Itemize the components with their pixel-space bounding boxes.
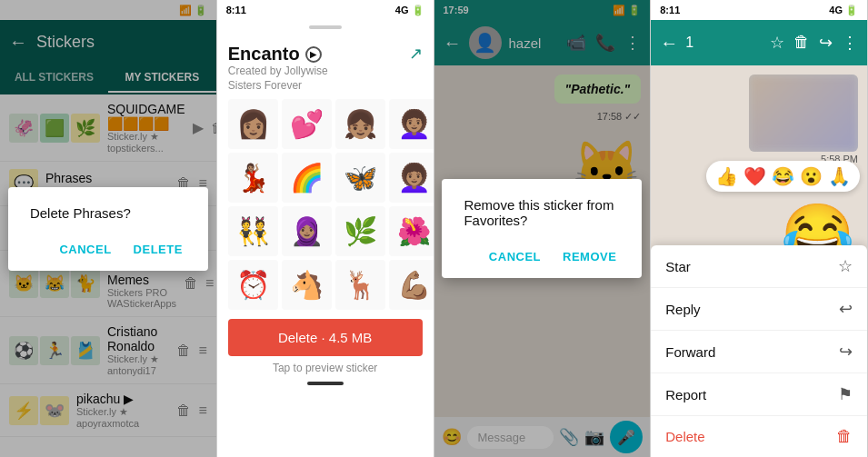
remove-button[interactable]: REMOVE — [559, 246, 620, 267]
grid-sticker: 💪🏽 — [389, 260, 434, 310]
time-p4: 8:11 — [660, 5, 680, 15]
panel-context: 8:11 4G 🔋 ← 1 ☆ 🗑 ↪ ⋮ 5:58 PM 👍 ❤️ 😂 😮 🙏 — [651, 0, 868, 457]
more-icon-p4[interactable]: ⋮ — [842, 33, 858, 53]
dialog-buttons: CANCEL REMOVE — [464, 246, 620, 267]
grid-sticker: 🌿 — [335, 206, 385, 256]
pack-header: Encanto ▶ Created by Jollywise Sisters F… — [228, 44, 423, 94]
chat-header-p4: ← 1 ☆ 🗑 ↪ ⋮ — [651, 20, 867, 65]
context-item-report[interactable]: Report ⚑ — [651, 373, 867, 416]
forward-icon: ↪ — [839, 342, 853, 362]
grid-sticker: 🦌 — [335, 260, 385, 310]
emoji-wow[interactable]: 😮 — [800, 165, 823, 187]
pack-subtitle: Sisters Forever — [228, 79, 328, 92]
reply-label: Reply — [665, 302, 700, 317]
delete-dialog: Delete Phrases? CANCEL DELETE — [8, 187, 208, 271]
context-item-delete[interactable]: Delete 🗑 — [651, 416, 867, 457]
blurred-image — [749, 75, 858, 152]
context-menu: Star ☆ Reply ↩ Forward ↪ Report ⚑ Delete… — [651, 245, 867, 457]
emoji-pray[interactable]: 🙏 — [828, 165, 851, 187]
grid-sticker: 👩🏽 — [228, 99, 278, 149]
time-p2: 8:11 — [226, 5, 246, 15]
star-label: Star — [665, 259, 691, 274]
grid-sticker: 🌺 — [389, 206, 434, 256]
pack-creator: Created by Jollywise — [228, 65, 328, 77]
reply-icon: ↩ — [839, 299, 853, 319]
grid-sticker: 👧🏽 — [335, 99, 385, 149]
status-bar-p4: 8:11 4G 🔋 — [651, 0, 867, 20]
pack-name: Encanto ▶ — [228, 44, 328, 65]
report-icon: ⚑ — [838, 384, 853, 404]
cancel-button-p3[interactable]: CANCEL — [485, 246, 544, 267]
delete-pack-button[interactable]: Delete · 4.5 MB — [228, 319, 423, 356]
grid-sticker: ⏰ — [228, 260, 278, 310]
status-icons-p4: 4G 🔋 — [829, 5, 858, 16]
network-p2: 4G — [395, 5, 409, 15]
panel-stickers: 20:11 📶 🔋 ← Stickers ALL STICKERS MY STI… — [0, 0, 217, 457]
context-item-forward[interactable]: Forward ↪ — [651, 331, 867, 373]
remove-dialog-overlay: Remove this sticker from Favorites? CANC… — [434, 0, 651, 457]
emoji-laugh[interactable]: 😂 — [772, 165, 794, 187]
cancel-button[interactable]: CANCEL — [55, 239, 115, 260]
dialog-buttons: CANCEL DELETE — [30, 239, 186, 260]
grid-sticker: 👩🏽‍🦱 — [389, 99, 434, 149]
grid-sticker: 🐴 — [282, 260, 332, 310]
star-icon-header[interactable]: ☆ — [770, 33, 784, 53]
grid-sticker: 🦋 — [335, 153, 385, 203]
battery-icon-p2: 🔋 — [412, 5, 424, 16]
chat-area-p4: 5:58 PM 👍 ❤️ 😂 😮 🙏 😂 Star ☆ Reply ↩ Forw… — [651, 65, 867, 457]
tap-preview-label: Tap to preview sticker — [228, 362, 423, 374]
grid-sticker: 🌈 — [282, 153, 332, 203]
remove-dialog: Remove this sticker from Favorites? CANC… — [442, 179, 642, 278]
context-item-reply[interactable]: Reply ↩ — [651, 288, 867, 331]
forward-icon-header[interactable]: ↪ — [819, 33, 833, 53]
delete-confirm-button[interactable]: DELETE — [130, 239, 186, 260]
battery-icon-p4: 🔋 — [845, 5, 858, 16]
dialog-title: Delete Phrases? — [30, 205, 186, 221]
image-message — [749, 75, 858, 152]
emoji-heart[interactable]: ❤️ — [743, 165, 766, 187]
delete-icon-header[interactable]: 🗑 — [793, 33, 810, 53]
play-icon[interactable]: ▶ — [305, 46, 322, 63]
back-button-p4[interactable]: ← — [660, 33, 678, 54]
panel-chat: 17:59 📶 🔋 ← 👤 hazel 📹 📞 ⋮ "Pathetic." 17… — [434, 0, 652, 457]
delete-label: Delete — [665, 429, 704, 444]
delete-dialog-overlay: Delete Phrases? CANCEL DELETE — [0, 0, 216, 457]
pack-info: Encanto ▶ Created by Jollywise Sisters F… — [228, 44, 328, 94]
dialog-title: Remove this sticker from Favorites? — [464, 197, 620, 228]
bottom-indicator — [307, 382, 344, 385]
emoji-reaction-bar: 👍 ❤️ 😂 😮 🙏 — [706, 161, 860, 192]
star-icon: ☆ — [838, 256, 853, 276]
network-p4: 4G — [829, 5, 843, 15]
grid-sticker: 👯 — [228, 206, 278, 256]
context-item-star[interactable]: Star ☆ — [651, 245, 867, 288]
grid-sticker: 🧕🏽 — [282, 206, 332, 256]
grid-sticker: 👩🏽‍🦱 — [389, 153, 434, 203]
grid-sticker: 💃🏽 — [228, 153, 278, 203]
header-icons-p4: ☆ 🗑 ↪ ⋮ — [770, 33, 858, 53]
share-icon[interactable]: ↗ — [409, 44, 423, 64]
grid-sticker: 💕 — [282, 99, 332, 149]
status-bar-p2: 8:11 4G 🔋 — [217, 0, 434, 20]
report-label: Report — [665, 387, 706, 402]
sticker-grid: 👩🏽 💕 👧🏽 👩🏽‍🦱 💃🏽 🌈 🦋 👩🏽‍🦱 👯 🧕🏽 🌿 🌺 ⏰ 🐴 🦌 … — [228, 99, 423, 310]
drag-indicator — [309, 25, 342, 29]
contact-count: 1 — [685, 35, 693, 51]
delete-icon-menu: 🗑 — [836, 427, 853, 446]
emoji-thumbsup[interactable]: 👍 — [715, 165, 738, 187]
pack-content: Encanto ▶ Created by Jollywise Sisters F… — [217, 33, 434, 457]
status-icons-p2: 4G 🔋 — [395, 5, 424, 16]
panel-encanto: 8:11 4G 🔋 Encanto ▶ Created by Jollywise… — [217, 0, 434, 457]
forward-label: Forward — [665, 344, 715, 360]
